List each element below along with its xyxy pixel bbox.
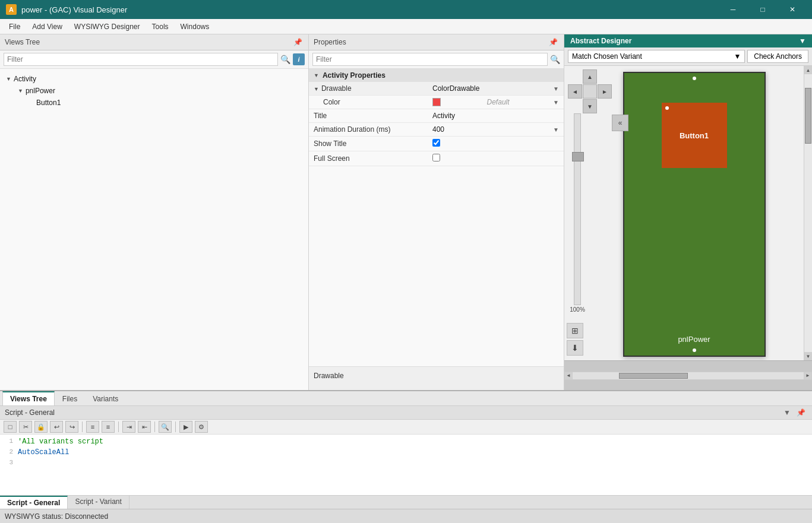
show-title-checkbox[interactable] — [432, 139, 440, 147]
zoom-slider-area: 100% — [569, 113, 586, 313]
script-run-btn[interactable]: ▶ — [179, 421, 192, 433]
info-icon[interactable]: i — [293, 53, 305, 65]
nav-down-button[interactable]: ▼ — [583, 99, 597, 113]
script-pin-btn[interactable]: 📌 — [795, 408, 807, 417]
abstract-toolbar: Match Chosen Variant ▼ Check Anchors — [564, 47, 812, 66]
animation-dropdown-arrow[interactable]: ▼ — [553, 126, 559, 133]
scrollbar-thumb[interactable] — [805, 88, 811, 144]
match-variant-select[interactable]: Match Chosen Variant ▼ — [568, 50, 745, 63]
code-line-1: 1 'All variants script — [0, 437, 812, 448]
scroll-right-arrow[interactable]: ► — [804, 372, 812, 380]
menu-wysiwyg-designer[interactable]: WYSIWYG Designer — [68, 20, 146, 33]
scroll-down-arrow[interactable]: ▼ — [804, 352, 812, 360]
pnlpower-expand-arrow: ▼ — [18, 88, 23, 94]
activity-node-label[interactable]: ▼ Activity — [4, 74, 305, 84]
search-icon[interactable]: 🔍 — [280, 55, 290, 64]
abstract-dropdown-btn[interactable]: ▼ — [799, 37, 806, 45]
properties-search-icon[interactable]: 🔍 — [550, 55, 560, 64]
button1-node-label[interactable]: ▶ Button1 — [27, 97, 305, 108]
abstract-designer-header: Abstract Designer ▼ — [564, 34, 812, 47]
script-dropdown-btn[interactable]: ▼ — [782, 408, 792, 417]
full-screen-checkbox[interactable] — [432, 154, 440, 161]
script-separator-4 — [175, 421, 176, 432]
script-tab-general[interactable]: Script - General — [0, 496, 68, 509]
prop-row-title: Title Activity — [309, 109, 564, 123]
script-outdent2-btn[interactable]: ⇤ — [138, 421, 151, 433]
views-tree-filter-input[interactable] — [4, 53, 278, 66]
script-panel-header: Script - General ▼ 📌 — [0, 406, 812, 420]
views-tree-pin[interactable]: 📌 — [292, 37, 304, 47]
script-separator-3 — [154, 421, 155, 432]
script-undo-btn[interactable]: ↩ — [50, 421, 63, 433]
prop-row-show-title: Show Title — [309, 137, 564, 151]
script-tab-variant[interactable]: Script - Variant — [68, 496, 129, 509]
download-button[interactable]: ⬇ — [567, 340, 583, 356]
check-anchors-button[interactable]: Check Anchors — [747, 50, 808, 63]
h-scrollbar-track[interactable] — [573, 372, 804, 380]
nav-left-button[interactable]: ◄ — [568, 84, 582, 99]
tab-views-tree[interactable]: Views Tree — [2, 391, 55, 405]
maximize-button[interactable]: □ — [749, 0, 776, 19]
drawable-dropdown-arrow[interactable]: ▼ — [553, 85, 559, 92]
zoom-slider-thumb[interactable] — [572, 152, 584, 161]
title-bar: A power - (GAC) Visual Designer ─ □ ✕ — [0, 0, 812, 19]
prop-value-animation-duration[interactable]: 400 ▼ — [428, 123, 564, 137]
script-redo-btn[interactable]: ↪ — [65, 421, 78, 433]
script-outdent-btn[interactable]: ≡ — [102, 421, 115, 433]
color-dropdown-arrow[interactable]: ▼ — [553, 99, 559, 106]
script-indent-btn[interactable]: ≡ — [86, 421, 99, 433]
scroll-up-arrow[interactable]: ▲ — [804, 66, 812, 74]
nav-center-button[interactable] — [583, 84, 597, 99]
prop-row-drawable: ▼Drawable ColorDrawable ▼ — [309, 82, 564, 96]
script-debug-btn[interactable]: ⚙ — [195, 421, 208, 433]
script-search-btn[interactable]: 🔍 — [159, 421, 172, 433]
script-cut-btn[interactable]: ✂ — [19, 421, 32, 433]
script-indent2-btn[interactable]: ⇥ — [122, 421, 135, 433]
nav-empty-bl — [568, 99, 582, 113]
pnlpower-node-label[interactable]: ▼ pnlPower — [15, 85, 305, 96]
properties-filter-input[interactable] — [312, 53, 548, 66]
prop-value-title: Activity — [428, 109, 564, 123]
script-lock-btn[interactable]: 🔒 — [34, 421, 48, 433]
drawable-expand-arrow: ▼ — [314, 86, 319, 92]
section-title: Activity Properties — [323, 71, 386, 80]
props-content: ▼ Activity Properties ▼Drawable ColorDr — [309, 69, 564, 366]
close-button[interactable]: ✕ — [779, 0, 806, 19]
script-editor[interactable]: 1 'All variants script 2 AutoScaleAll 3 — [0, 435, 812, 495]
button1-widget[interactable]: Button1 — [662, 103, 727, 168]
menu-file[interactable]: File — [3, 20, 26, 33]
menu-windows[interactable]: Windows — [175, 20, 216, 33]
button1-node-text: Button1 — [36, 99, 61, 107]
props-bottom: Drawable — [309, 366, 564, 390]
prop-value-full-screen[interactable] — [428, 151, 564, 166]
scroll-left-arrow[interactable]: ◄ — [564, 372, 573, 380]
device-frame[interactable]: Button1 pnlPower — [623, 72, 766, 357]
properties-panel: Properties 📌 🔍 ▼ Activity Properties — [309, 34, 564, 390]
bottom-tabs: Views Tree Files Variants — [0, 391, 812, 406]
properties-controls: 📌 — [548, 37, 559, 47]
prop-value-color[interactable]: Default ▼ — [428, 96, 564, 109]
properties-pin[interactable]: 📌 — [548, 37, 559, 47]
script-new-btn[interactable]: □ — [4, 421, 17, 433]
tab-files[interactable]: Files — [55, 392, 85, 405]
nav-empty-tl — [568, 69, 582, 84]
nav-up-button[interactable]: ▲ — [583, 69, 597, 84]
prop-value-drawable[interactable]: ColorDrawable ▼ — [428, 82, 564, 96]
properties-table: ▼Drawable ColorDrawable ▼ Color — [309, 82, 564, 166]
color-value-text: Default — [487, 98, 510, 106]
tree-node-activity: ▼ Activity ▼ pnlPower — [4, 72, 305, 112]
script-separator-1 — [82, 421, 83, 432]
activity-props-section[interactable]: ▼ Activity Properties — [309, 69, 564, 82]
minimize-button[interactable]: ─ — [719, 0, 747, 19]
zoom-slider-track[interactable] — [574, 113, 581, 305]
menu-add-view[interactable]: Add View — [26, 20, 68, 33]
tab-variants[interactable]: Variants — [85, 392, 126, 405]
zoom-percent-label: 100% — [570, 306, 585, 313]
h-scrollbar-thumb[interactable] — [619, 373, 688, 379]
prop-value-show-title[interactable] — [428, 137, 564, 151]
fit-screen-button[interactable]: ⊞ — [567, 323, 583, 338]
rewind-button[interactable]: « — [612, 115, 628, 131]
menu-tools[interactable]: Tools — [146, 20, 175, 33]
top-area: Views Tree 📌 🔍 i ▼ Activity — [0, 34, 812, 390]
nav-right-button[interactable]: ► — [598, 84, 612, 99]
